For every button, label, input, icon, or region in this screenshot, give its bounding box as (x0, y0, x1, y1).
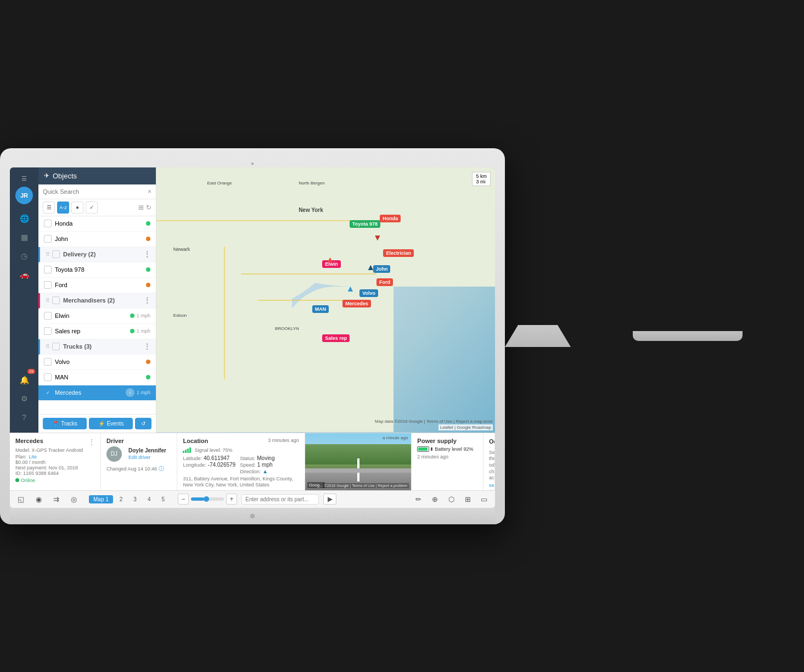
zoom-out-btn[interactable]: − (178, 494, 189, 505)
item-checkbox[interactable] (44, 235, 52, 243)
group-more-icon[interactable]: ⋮ (144, 250, 150, 258)
sidebar: ☰ JR 🌐 ▦ ◷ 🚗 🔔 29 ⚙ ? (10, 167, 38, 433)
share-icon[interactable]: ⇉ (49, 492, 63, 506)
streetview-image[interactable]: Goog... ©2018 Google | Terms of Use | Re… (305, 433, 412, 490)
group-checkbox[interactable] (52, 296, 60, 304)
list-item[interactable]: Ford (38, 278, 156, 293)
toolbar-circle-btn[interactable]: ● (71, 201, 83, 214)
vehicle-id: ID: 1165 9388 6464 (15, 471, 95, 476)
group-checkbox[interactable] (52, 250, 60, 258)
map-area[interactable]: New York Newark East Orange North Bergen… (156, 167, 495, 433)
item-checkbox[interactable] (44, 220, 52, 227)
list-item[interactable]: John (38, 232, 156, 247)
zoom-controls: − + (178, 494, 237, 505)
history-button[interactable]: ↺ (135, 418, 151, 429)
toolbar-row: ☰ A-z ● ✓ ⊞ ↻ (38, 199, 156, 216)
map-tab-2[interactable]: 2 (115, 495, 127, 503)
toolbar-sort-btn[interactable]: A-z (57, 201, 69, 214)
grid-icon[interactable]: ⊞ (461, 492, 474, 506)
sidebar-icon-globe[interactable]: 🌐 (15, 210, 33, 227)
battery-row: Battery level 92% (417, 446, 477, 452)
item-speed: 1 mph (137, 313, 150, 318)
group-checkbox[interactable] (52, 343, 60, 350)
map-tab-1[interactable]: Map 1 (89, 495, 113, 503)
sidebar-icon-history[interactable]: ◷ (15, 247, 33, 265)
events-button[interactable]: ⚡ Events (89, 418, 133, 429)
map-tab-3[interactable]: 3 (129, 495, 141, 503)
driver-changed: Changed Aug 14 10:46 (106, 466, 157, 472)
location-section: Location 3 minutes ago Signal level: 75% (177, 433, 305, 490)
item-checkbox[interactable] (44, 373, 52, 381)
search-input[interactable] (43, 188, 145, 195)
edit-driver-link[interactable]: Edit driver (128, 455, 151, 460)
toolbar-filter-icon[interactable]: ⊞ (138, 204, 144, 211)
item-checkbox[interactable] (44, 281, 52, 289)
group-more-icon[interactable]: ⋮ (144, 343, 150, 350)
map-tab-5[interactable]: 5 (157, 495, 169, 503)
monitor-chin-dot (250, 514, 255, 518)
vehicle-more-icon[interactable]: ⋮ (88, 438, 95, 446)
shape-icon[interactable]: ⬡ (445, 492, 458, 506)
signal-level: Signal level: 75% (194, 447, 232, 453)
terms-link[interactable]: Terms of Use (426, 419, 452, 424)
map-marker-volvo: Volvo (359, 289, 378, 297)
map-tab-4[interactable]: 4 (143, 495, 155, 503)
report-link[interactable]: Report a map error (456, 419, 493, 424)
marker-icon[interactable]: ◉ (32, 492, 45, 506)
list-item-selected[interactable]: ✓ Mercedes i 1 mph (38, 385, 156, 401)
list-item[interactable]: Elwin 1 mph (38, 309, 156, 324)
toolbar-refresh-icon[interactable]: ↻ (146, 204, 151, 211)
edit-icon[interactable]: ✏ (412, 492, 425, 506)
list-item[interactable]: Honda (38, 216, 156, 232)
address-search-input[interactable] (241, 494, 319, 505)
item-info-icon[interactable]: i (126, 388, 134, 397)
search-close-icon[interactable]: × (148, 188, 151, 195)
item-checkbox[interactable] (44, 266, 52, 273)
tracks-button[interactable]: 📍 Tracks (43, 418, 87, 429)
group-header[interactable]: ⠿ Merchandisers (2) ⋮ (38, 293, 156, 309)
sidebar-icon-chart[interactable]: ▦ (15, 228, 33, 246)
sidebar-icon-bell[interactable]: 🔔 29 (15, 371, 33, 389)
sidebar-icon-car[interactable]: 🚗 (15, 266, 33, 283)
item-checkbox-checked[interactable]: ✓ (44, 389, 52, 396)
tracks-icon: 📍 (52, 421, 59, 427)
item-checkbox[interactable] (44, 327, 52, 335)
item-name: Elwin (55, 312, 128, 319)
address-search-btn[interactable]: ▶ (323, 494, 336, 505)
streetview-time: a minute ago (383, 435, 408, 440)
zoom-slider[interactable] (191, 497, 224, 501)
sidebar-icon-help[interactable]: ? (15, 408, 33, 426)
odometer-section: Odometer − + Set the odometer change acc… (483, 433, 495, 490)
item-checkbox[interactable] (44, 358, 52, 366)
item-status (130, 329, 134, 333)
driver-name: Doyle Jennifer (128, 447, 166, 453)
group-header[interactable]: ⠿ Delivery (2) ⋮ (38, 247, 156, 262)
toolbar-check-btn[interactable]: ✓ (86, 201, 98, 214)
sensor-data-link[interactable]: sensor data (489, 483, 495, 490)
group-name: Trucks (3) (63, 343, 144, 350)
plan-value[interactable]: Lite (29, 454, 37, 460)
list-item[interactable]: Volvo (38, 355, 156, 370)
drag-handle: ⠿ (46, 298, 50, 304)
leaflet-link[interactable]: Leaflet (440, 425, 453, 430)
group-header[interactable]: ⠿ Trucks (3) ⋮ (38, 339, 156, 355)
item-status (130, 313, 134, 318)
map-marker-ford: Ford (376, 278, 393, 286)
list-item[interactable]: Toyota 978 (38, 262, 156, 278)
item-checkbox[interactable] (44, 312, 52, 320)
toolbar-list-btn[interactable]: ☰ (43, 201, 55, 214)
list-item[interactable]: MAN (38, 370, 156, 385)
google-roadmap-link[interactable]: Google Roadmap (457, 425, 491, 430)
group-more-icon[interactable]: ⋮ (144, 296, 150, 304)
avatar[interactable]: JR (15, 187, 33, 204)
window-icon[interactable]: ▭ (477, 492, 491, 506)
zoom-in-btn[interactable]: + (226, 494, 237, 505)
sidebar-icon-settings[interactable]: ⚙ (15, 390, 33, 407)
hamburger-menu[interactable]: ☰ (17, 172, 31, 186)
power-title: Power supply (417, 438, 477, 444)
layers-icon[interactable]: ◱ (14, 492, 27, 506)
signal-bars (183, 447, 191, 453)
list-item[interactable]: Sales rep 1 mph (38, 324, 156, 339)
location-icon[interactable]: ◎ (67, 492, 80, 506)
add-icon[interactable]: ⊕ (428, 492, 441, 506)
